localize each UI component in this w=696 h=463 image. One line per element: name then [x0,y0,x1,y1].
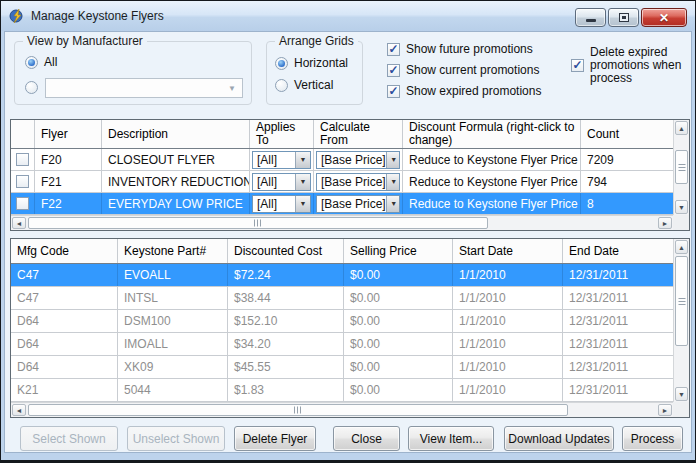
header-count[interactable]: Count [581,120,673,148]
cell-discounted-cost: $38.44 [228,287,344,309]
header-description[interactable]: Description [102,120,250,148]
radio-manufacturer-icon [25,81,38,94]
checkbox-checked-icon [387,64,400,77]
cell-formula[interactable]: Reduce to Keystone Flyer Price [403,171,581,192]
header-flyer[interactable]: Flyer [35,120,102,148]
row-checkbox[interactable] [16,153,29,166]
chevron-down-icon: ▼ [228,84,236,93]
manufacturer-dropdown[interactable]: ▼ [45,78,243,98]
header-discounted-cost[interactable]: Discounted Cost [228,239,344,263]
calculate-from-dropdown[interactable]: [Base Price]▼ [316,151,400,169]
minimize-button[interactable] [575,8,606,27]
checkbox-show-current-promotions[interactable]: Show current promotions [387,63,539,77]
flyer-grid-horizontal-scrollbar[interactable]: ◄ ► [11,215,673,230]
view-item-button[interactable]: View Item... [408,426,494,451]
item-row[interactable]: D64 DSM100 $152.10 $0.00 1/1/2010 12/31/… [11,310,673,333]
header-discount-formula[interactable]: Discount Formula (right-click to change) [403,120,581,148]
cell-description: EVERYDAY LOW PRICE [102,193,250,214]
row-checkbox[interactable] [16,197,29,210]
flyer-row[interactable]: F21 INVENTORY REDUCTION [All]▼ [Base Pri… [11,171,673,193]
horizontal-scroll-thumb[interactable] [28,404,568,416]
cell-description: INVENTORY REDUCTION [102,171,250,192]
item-row[interactable]: D64 XK09 $45.55 $0.00 1/1/2010 12/31/201… [11,356,673,379]
process-button[interactable]: Process [622,426,683,451]
flyer-row-selected[interactable]: F22 EVERYDAY LOW PRICE [All]▼ [Base Pric… [11,193,673,215]
cell-selling-price: $0.00 [344,356,453,378]
radio-horizontal[interactable]: Horizontal [275,56,348,70]
row-checkbox[interactable] [16,175,29,188]
radio-vertical[interactable]: Vertical [275,78,333,92]
header-mfg-code[interactable]: Mfg Code [11,239,118,263]
scroll-left-icon[interactable]: ◄ [12,217,26,229]
cell-mfg-code: D64 [11,310,118,332]
flyer-grid: Flyer Description Applies To Calculate F… [10,119,690,231]
item-row[interactable]: D64 IMOALL $34.20 $0.00 1/1/2010 12/31/2… [11,333,673,356]
delete-expired-promotions-label: Delete expired promotions when process [590,46,692,85]
app-icon [9,8,25,24]
scroll-left-icon[interactable]: ◄ [12,404,26,416]
cell-mfg-code: C47 [11,287,118,309]
close-button[interactable]: ✕ [641,8,687,27]
radio-horizontal-label: Horizontal [294,56,348,70]
checkbox-checked-icon [387,43,400,56]
cell-formula[interactable]: Reduce to Keystone Flyer Price [403,149,581,170]
title-bar[interactable]: Manage Keystone Flyers ✕ [1,1,695,31]
header-start-date[interactable]: Start Date [453,239,563,263]
applies-to-dropdown[interactable]: [All]▼ [252,151,311,169]
header-checkbox-column[interactable] [11,120,35,148]
header-keystone-part[interactable]: Keystone Part# [118,239,228,263]
cell-keystone-part: 5044 [118,379,228,401]
scroll-right-icon[interactable]: ► [658,217,672,229]
flyer-row[interactable]: F20 CLOSEOUT FLYER [All]▼ [Base Price]▼ … [11,149,673,171]
item-row[interactable]: C47 INTSL $38.44 $0.00 1/1/2010 12/31/20… [11,287,673,310]
cell-selling-price: $0.00 [344,310,453,332]
radio-all[interactable]: All [25,55,57,69]
cell-selling-price: $0.00 [344,333,453,355]
dialog-client-area: View by Manufacturer All ▼ Arrange Grids… [4,31,692,453]
checkbox-show-expired-promotions[interactable]: Show expired promotions [387,84,541,98]
cell-description: CLOSEOUT FLYER [102,149,250,170]
header-end-date[interactable]: End Date [563,239,673,263]
item-grid-horizontal-scrollbar[interactable]: ◄ ► [11,402,673,417]
vertical-scroll-thumb[interactable] [675,256,688,346]
cell-flyer: F20 [35,149,102,170]
header-calculate-from[interactable]: Calculate From [314,120,403,148]
scroll-down-icon[interactable]: ▼ [675,200,688,214]
cell-mfg-code: D64 [11,333,118,355]
cell-end-date: 12/31/2011 [563,333,673,355]
vertical-scroll-thumb[interactable] [675,150,688,184]
horizontal-scroll-thumb[interactable] [28,217,488,229]
item-grid-vertical-scrollbar[interactable]: ▲ ▼ [673,239,689,402]
header-applies-to[interactable]: Applies To [250,120,314,148]
item-row[interactable]: K21 5044 $1.83 $0.00 1/1/2010 12/31/2011 [11,379,673,402]
scroll-right-icon[interactable]: ► [658,404,672,416]
cell-formula[interactable]: Reduce to Keystone Flyer Price [403,193,581,214]
radio-vertical-icon [275,79,288,92]
checkbox-delete-expired-promotions[interactable]: Delete expired promotions when process [571,46,692,85]
download-updates-button[interactable]: Download Updates [504,426,614,451]
scroll-down-icon[interactable]: ▼ [675,387,688,401]
applies-to-dropdown[interactable]: [All]▼ [252,195,311,213]
radio-manufacturer[interactable] [25,81,38,94]
cell-keystone-part: INTSL [118,287,228,309]
checkbox-show-future-promotions[interactable]: Show future promotions [387,42,533,56]
flyer-grid-vertical-scrollbar[interactable]: ▲ ▼ [673,120,689,215]
delete-flyer-button[interactable]: Delete Flyer [234,426,316,451]
cell-keystone-part: IMOALL [118,333,228,355]
header-selling-price[interactable]: Selling Price [344,239,453,263]
cell-start-date: 1/1/2010 [453,287,563,309]
cell-discounted-cost: $34.20 [228,333,344,355]
item-row-selected[interactable]: C47 EVOALL $72.24 $0.00 1/1/2010 12/31/2… [11,264,673,287]
chevron-down-icon: ▼ [386,152,400,168]
applies-to-dropdown[interactable]: [All]▼ [252,173,311,191]
select-shown-button: Select Shown [20,426,118,451]
flyer-grid-header: Flyer Description Applies To Calculate F… [11,120,673,149]
cell-count: 8 [581,193,673,214]
scroll-up-icon[interactable]: ▲ [675,121,688,135]
calculate-from-dropdown[interactable]: [Base Price]▼ [316,195,400,213]
close-dialog-button[interactable]: Close [333,426,400,451]
maximize-button[interactable] [608,8,639,27]
calculate-from-dropdown[interactable]: [Base Price]▼ [316,173,400,191]
cell-count: 7209 [581,149,673,170]
scroll-up-icon[interactable]: ▲ [675,240,688,254]
